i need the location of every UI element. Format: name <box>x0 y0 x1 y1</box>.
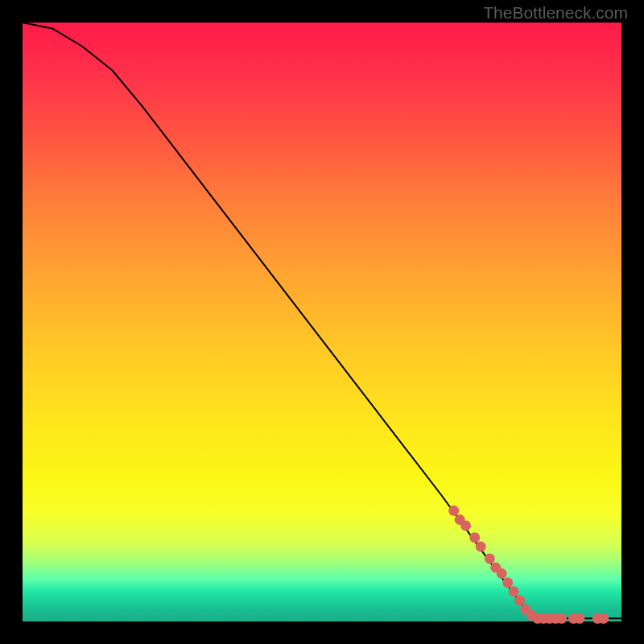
chart-svg <box>23 23 621 621</box>
chart-marker <box>497 568 507 579</box>
chart-marker <box>509 586 519 597</box>
chart-marker <box>476 542 486 552</box>
chart-marker <box>556 613 567 624</box>
chart-marker <box>598 613 609 624</box>
chart-marker <box>448 506 459 516</box>
chart-markers <box>448 506 609 624</box>
chart-marker <box>460 520 471 530</box>
chart-plot-area <box>23 23 621 621</box>
chart-marker <box>485 553 495 564</box>
chart-marker <box>502 577 513 588</box>
chart-marker <box>574 613 584 624</box>
chart-line <box>23 23 621 618</box>
chart-marker <box>514 595 525 605</box>
watermark-text: TheBottleneck.com <box>483 3 628 23</box>
chart-marker <box>469 532 480 543</box>
